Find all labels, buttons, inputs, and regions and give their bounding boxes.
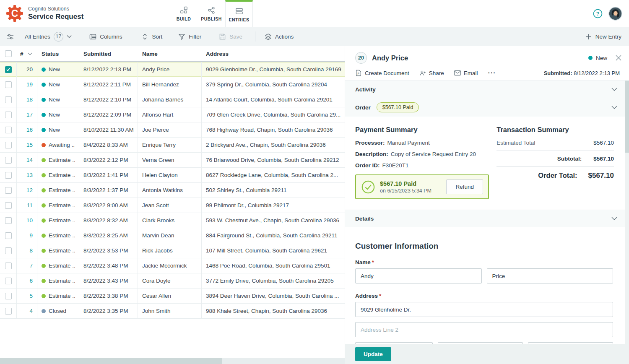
row-checkbox[interactable] — [0, 243, 17, 258]
table-row[interactable]: 6 Estimate ... 8/2/2022 3:43 PM Cora Doy… — [0, 273, 345, 289]
table-row[interactable]: 13 Estimate ... 8/3/2022 1:41 PM Helen C… — [0, 168, 345, 183]
horizontal-scrollbar-thumb[interactable] — [0, 358, 222, 364]
address-line2-input[interactable] — [355, 322, 613, 337]
tab-entries-label: ENTRIES — [229, 17, 249, 22]
row-status: Estimate ... — [37, 213, 79, 228]
row-entry-number: 5 — [17, 289, 37, 303]
tab-publish[interactable]: PUBLISH — [198, 0, 225, 27]
refund-button[interactable]: Refund — [446, 179, 483, 194]
row-checkbox[interactable] — [0, 107, 17, 122]
row-status: Estimate ... — [37, 228, 79, 243]
row-submitted: 8/2/2022 3:53 PM — [79, 243, 138, 258]
email-button[interactable]: Email — [454, 70, 478, 76]
column-header-address[interactable]: Address — [202, 51, 345, 57]
row-checkbox[interactable] — [0, 228, 17, 243]
status-dot — [42, 264, 46, 268]
table-row[interactable]: 9 Estimate ... 8/3/2022 8:25 AM Marvin D… — [0, 228, 345, 243]
row-address: 99 Philmont Dr., Columbia 29217 — [202, 198, 345, 213]
row-checkbox[interactable] — [0, 304, 17, 318]
row-address: 502 Shirley St., Columbia 29211 — [202, 183, 345, 198]
tab-build[interactable]: BUILD — [170, 0, 198, 27]
table-row[interactable]: 12 Estimate ... 8/3/2022 1:37 PM Antonia… — [0, 183, 345, 198]
create-document-button[interactable]: P Create Document — [355, 70, 409, 76]
table-row[interactable]: 4 Closed 8/2/2022 3:35 PM John Smith 988… — [0, 304, 345, 319]
save-button[interactable]: Save — [219, 33, 242, 40]
column-header-number[interactable]: # — [17, 51, 37, 57]
vertical-scrollbar-thumb[interactable] — [625, 81, 629, 153]
column-header-name[interactable]: Name — [138, 51, 202, 57]
row-checkbox[interactable] — [0, 258, 17, 273]
status-dot — [42, 68, 46, 72]
column-header-submitted[interactable]: Submitted — [79, 51, 138, 57]
table-body: 20 New 8/12/2022 2:13 PM Andy Price 9029… — [0, 62, 345, 319]
row-checkbox[interactable] — [0, 77, 17, 92]
table-row[interactable]: 14 Estimate ... 8/3/2022 2:12 PM Verna G… — [0, 153, 345, 168]
row-name: Jean Scott — [138, 198, 202, 213]
row-address: 379 Spring Dr., Columbia, South Carolina… — [202, 77, 345, 92]
table-row[interactable]: 16 New 8/10/2022 11:30 AM Joe Pierce 768… — [0, 122, 345, 138]
filter-button[interactable]: Filter — [178, 33, 201, 40]
row-checkbox[interactable] — [0, 122, 17, 137]
row-name: Johanna Barnes — [138, 92, 202, 107]
svg-text:?: ? — [596, 11, 600, 17]
row-name: Helen Clayton — [138, 168, 202, 182]
tab-entries[interactable]: ENTRIES — [225, 0, 253, 27]
last-name-input[interactable] — [487, 268, 613, 283]
table-row[interactable]: 17 New 8/12/2022 2:09 PM Alfonso Hart 70… — [0, 107, 345, 122]
row-checkbox[interactable] — [0, 273, 17, 288]
row-entry-number: 15 — [17, 138, 37, 152]
table-row[interactable]: 20 New 8/12/2022 2:13 PM Andy Price 9029… — [0, 62, 345, 77]
columns-icon — [89, 33, 96, 40]
row-checkbox[interactable] — [0, 153, 17, 167]
new-entry-button[interactable]: New Entry — [585, 33, 621, 40]
view-options-icon[interactable] — [7, 33, 14, 40]
actions-button[interactable]: Actions — [265, 33, 294, 40]
update-button[interactable]: Update — [355, 347, 391, 361]
address-line1-input[interactable] — [355, 302, 613, 317]
build-icon — [180, 6, 188, 14]
row-checkbox[interactable] — [0, 138, 17, 152]
status-dot — [42, 218, 46, 223]
row-checkbox[interactable] — [0, 289, 17, 303]
table-row[interactable]: 10 Estimate ... 8/3/2022 8:32 AM Clark B… — [0, 213, 345, 228]
section-order[interactable]: Order $567.10 Paid — [345, 98, 629, 117]
row-entry-number: 16 — [17, 122, 37, 137]
table-row[interactable]: 5 Estimate ... 8/2/2022 3:38 PM Cesar Al… — [0, 289, 345, 304]
more-actions-button[interactable]: ··· — [488, 69, 496, 77]
table-row[interactable]: 8 Estimate ... 8/2/2022 3:53 PM Rick Jac… — [0, 243, 345, 258]
user-avatar[interactable] — [608, 7, 622, 21]
row-checkbox[interactable] — [0, 198, 17, 213]
table-row[interactable]: 18 New 8/12/2022 2:10 PM Johanna Barnes … — [0, 92, 345, 107]
row-name: Jackie Mccormick — [138, 258, 202, 273]
share-button[interactable]: Share — [419, 70, 444, 76]
section-details[interactable]: Details — [345, 210, 629, 227]
status-dot — [42, 203, 46, 208]
close-icon[interactable] — [616, 55, 621, 61]
row-checkbox[interactable] — [0, 92, 17, 107]
row-address: 1468 Poe Road, Columbia, South Carolina … — [202, 258, 345, 273]
first-name-input[interactable] — [355, 268, 482, 283]
table-row[interactable]: 7 Estimate ... 8/2/2022 3:48 PM Jackie M… — [0, 258, 345, 273]
select-all-checkbox[interactable] — [0, 50, 17, 57]
view-selector[interactable]: All Entries 17 — [25, 32, 72, 42]
table-row[interactable]: 15 Awaiting ... 8/4/2022 8:33 AM Enrique… — [0, 138, 345, 153]
row-checkbox[interactable] — [0, 168, 17, 182]
entry-status-indicator[interactable]: New — [588, 55, 607, 61]
entry-count-badge: 17 — [54, 32, 63, 42]
table-row[interactable]: 11 Estimate ... 8/3/2022 9:00 AM Jean Sc… — [0, 198, 345, 213]
sort-button[interactable]: Sort — [141, 33, 162, 40]
row-checkbox[interactable] — [0, 183, 17, 198]
section-activity[interactable]: Activity — [345, 81, 629, 98]
columns-button[interactable]: Columns — [89, 33, 122, 40]
table-row[interactable]: 19 New 8/12/2022 2:11 PM Bill Hernandez … — [0, 77, 345, 92]
row-checkbox[interactable] — [0, 213, 17, 228]
row-submitted: 8/2/2022 3:48 PM — [79, 258, 138, 273]
row-address: 3772 Emily Drive, Columbia, South Caroli… — [202, 273, 345, 288]
column-header-status[interactable]: Status — [37, 51, 79, 57]
help-icon[interactable]: ? — [593, 9, 603, 18]
status-dot — [42, 188, 46, 192]
row-submitted: 8/3/2022 1:37 PM — [79, 183, 138, 198]
row-submitted: 8/3/2022 2:12 PM — [79, 153, 138, 167]
share-label: Share — [429, 70, 444, 76]
row-checkbox[interactable] — [0, 62, 17, 77]
